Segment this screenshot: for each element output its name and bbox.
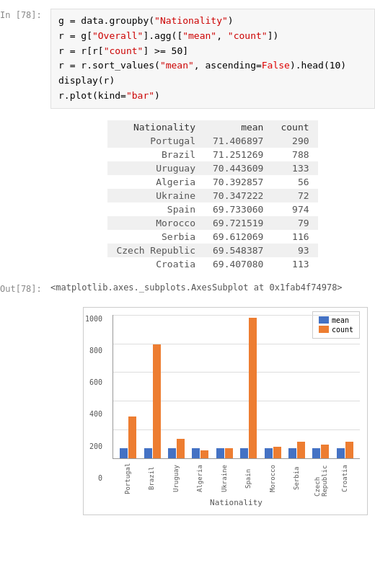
table-row: Portugal 71.406897 290: [107, 134, 317, 148]
cell-count: 113: [272, 257, 317, 271]
bar-group: [168, 439, 185, 458]
cell-nationality: Algeria: [107, 175, 204, 189]
bar-group: [312, 445, 329, 458]
cell-nationality: Serbia: [107, 230, 204, 244]
out-text: <matplotlib.axes._subplots.AxesSubplot a…: [50, 282, 343, 293]
bar-count: [297, 442, 305, 458]
bar-count: [225, 448, 233, 458]
y-axis: 1000 800 600 400 200 0: [85, 315, 102, 482]
table-row: Czech Republic 69.548387 93: [107, 244, 317, 257]
bar-mean: [168, 448, 176, 458]
y-label-1000: 1000: [85, 315, 102, 323]
cell-count: 788: [272, 148, 317, 161]
cell-nationality: Brazil: [107, 148, 204, 161]
x-axis-labels: PortugalBrazilUruguayAlgeriaUkraineSpain…: [112, 460, 360, 496]
cell-mean: 70.392857: [204, 175, 272, 189]
table-row: Morocco 69.721519 79: [107, 216, 317, 230]
out-label: Out[78]:: [0, 282, 50, 294]
chart-area: mean count 1000 800 600 400 200: [83, 307, 368, 515]
bar-count: [273, 447, 281, 458]
bar-group: [288, 442, 305, 458]
chart-body: 1000 800 600 400 200 0: [112, 315, 360, 496]
table-row: Uruguay 70.443609 133: [107, 161, 317, 175]
bar-group: [216, 448, 233, 458]
bar-mean: [265, 448, 273, 458]
cell-count: 93: [272, 244, 317, 257]
bar-count: [249, 318, 257, 458]
y-label-600: 600: [89, 378, 102, 386]
bar-count: [128, 416, 136, 458]
bar-mean: [192, 448, 200, 458]
bar-group: [265, 447, 281, 458]
table-row: Serbia 69.612069 116: [107, 230, 317, 244]
code-line-5: display(r): [58, 74, 367, 89]
cell-nationality: Morocco: [107, 216, 204, 230]
table-row: Croatia 69.407080 113: [107, 257, 317, 271]
cell-count: 72: [272, 189, 317, 202]
bar-group: [144, 344, 161, 458]
cell-mean: 71.251269: [204, 148, 272, 161]
cell-nationality: Spain: [107, 202, 204, 216]
table-row: Algeria 70.392857 56: [107, 175, 317, 189]
x-label: Brazil: [143, 460, 160, 496]
x-label: Croatia: [336, 460, 353, 496]
bar-count: [153, 344, 161, 458]
header-nationality: Nationality: [107, 120, 204, 134]
cell-nationality: Portugal: [107, 134, 204, 148]
input-cell: In [78]: g = data.groupby("Nationality")…: [0, 6, 375, 112]
code-line-6: r.plot(kind="bar"): [58, 89, 367, 104]
code-block[interactable]: g = data.groupby("Nationality") r = g["O…: [50, 9, 375, 109]
y-label-800: 800: [89, 347, 102, 355]
bar-mean: [216, 448, 224, 458]
cell-count: 133: [272, 161, 317, 175]
out-cell: Out[78]: <matplotlib.axes._subplots.Axes…: [0, 280, 375, 297]
cell-nationality: Czech Republic: [107, 244, 204, 257]
y-label-200: 200: [89, 442, 102, 450]
data-table: Nationality mean count Portugal 71.40689…: [107, 120, 317, 271]
chart-wrapper: mean count 1000 800 600 400 200: [50, 300, 375, 522]
cell-count: 79: [272, 216, 317, 230]
table-row: Brazil 71.251269 788: [107, 148, 317, 161]
cell-mean: 69.548387: [204, 244, 272, 257]
y-label-0: 0: [98, 474, 102, 482]
bar-count: [321, 445, 329, 458]
y-label-400: 400: [89, 410, 102, 418]
input-label: In [78]:: [0, 9, 50, 20]
notebook-cell: In [78]: g = data.groupby("Nationality")…: [0, 0, 375, 531]
x-label: Morocco: [264, 460, 281, 496]
cell-mean: 70.443609: [204, 161, 272, 175]
code-line-2: r = g["Overall"].agg(["mean", "count"]): [58, 29, 367, 44]
table-container: Nationality mean count Portugal 71.40689…: [50, 115, 375, 277]
cell-mean: 69.612069: [204, 230, 272, 244]
bar-mean: [240, 448, 248, 458]
cell-mean: 69.733060: [204, 202, 272, 216]
x-label: Czech Republic: [312, 460, 330, 496]
code-line-1: g = data.groupby("Nationality"): [58, 14, 367, 29]
cell-count: 56: [272, 175, 317, 189]
cell-mean: 71.406897: [204, 134, 272, 148]
cell-mean: 70.347222: [204, 189, 272, 202]
code-line-4: r = r.sort_values("mean", ascending=Fals…: [58, 58, 367, 74]
bars-area: [112, 315, 360, 459]
chart-cell: mean count 1000 800 600 400 200: [0, 297, 375, 525]
cell-nationality: Uruguay: [107, 161, 204, 175]
bar-group: [192, 448, 208, 458]
bar-mean: [144, 448, 152, 458]
cell-count: 116: [272, 230, 317, 244]
bar-mean: [312, 448, 320, 458]
cell-count: 290: [272, 134, 317, 148]
bar-count: [200, 450, 208, 458]
x-label: Portugal: [119, 460, 136, 496]
grid-0: [113, 315, 360, 316]
bar-count: [177, 439, 185, 458]
cell-nationality: Ukraine: [107, 189, 204, 202]
bar-mean: [337, 448, 345, 458]
bar-group: [337, 442, 353, 458]
bar-mean: [288, 448, 296, 458]
table-output: Nationality mean count Portugal 71.40689…: [0, 112, 375, 280]
cell-mean: 69.407080: [204, 257, 272, 271]
code-line-3: r = r[r["count"] >= 50]: [58, 44, 367, 59]
x-label: Ukraine: [216, 460, 233, 496]
bar-group: [240, 318, 257, 458]
x-label: Serbia: [288, 460, 305, 496]
